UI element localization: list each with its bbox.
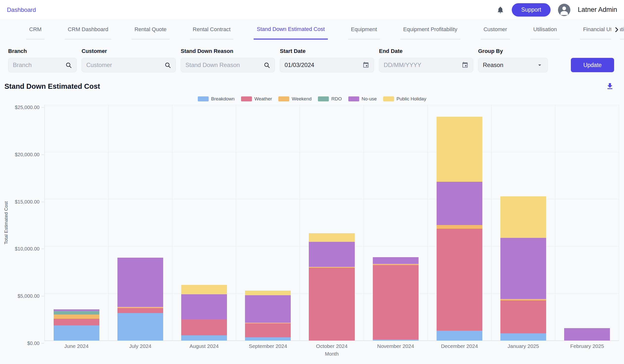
segment-public-holiday[interactable] [181,285,227,294]
tab-equipment[interactable]: Equipment [348,20,380,40]
stand-down-reason-input-wrap [181,58,275,72]
stand-down-reason-input[interactable] [185,62,260,69]
download-icon[interactable] [606,82,614,91]
segment-breakdown[interactable] [245,337,291,340]
group-by-select[interactable]: Reason [478,58,548,72]
segment-weather[interactable] [437,229,482,331]
chevron-right-icon[interactable] [611,20,620,40]
x-tick-label: December 2024 [427,343,491,349]
segment-breakdown[interactable] [500,333,546,340]
branch-input[interactable] [13,62,62,69]
top-bar: Dashboard Support Latner Admin [0,0,624,20]
segment-weather[interactable] [500,300,546,333]
customer-input[interactable] [86,62,161,69]
support-button[interactable]: Support [512,3,550,17]
segment-no-use[interactable] [245,295,291,323]
segment-public-holiday[interactable] [437,117,482,182]
segment-weekend[interactable] [54,314,99,319]
tab-rental-contract[interactable]: Rental Contract [190,20,234,40]
branch-label: Branch [8,48,77,54]
segment-weather[interactable] [181,319,227,335]
bar-january-2025[interactable] [500,105,546,340]
legend-item-rdo[interactable]: RDO [318,96,342,102]
notification-bell-icon[interactable] [496,6,504,14]
bar-december-2024[interactable] [437,105,482,340]
segment-breakdown[interactable] [117,313,163,340]
legend-item-no-use[interactable]: No-use [348,96,377,102]
segment-public-holiday[interactable] [500,196,546,238]
tab-stand-down-estimated-cost[interactable]: Stand Down Estimated Cost [254,20,328,40]
legend-item-public-holiday[interactable]: Public Holiday [383,96,426,102]
segment-weather[interactable] [309,268,355,340]
segment-public-holiday[interactable] [309,233,355,242]
segment-rdo[interactable] [54,311,99,314]
segment-weather[interactable] [117,308,163,313]
bar-august-2024[interactable] [181,105,227,340]
legend-item-weekend[interactable]: Weekend [278,96,312,102]
y-tick-mark [42,202,44,202]
start-date-input[interactable] [285,62,360,69]
end-date-label: End Date [379,48,473,54]
segment-no-use[interactable] [373,257,418,264]
segment-no-use[interactable] [437,182,482,225]
y-tick-label: $5,000.00 [18,293,40,299]
segment-no-use[interactable] [500,238,546,299]
legend-label: No-use [362,96,377,102]
chart-area: Total Estimated Cost $25,000.00$20,000.0… [0,105,624,341]
plot-area [45,105,619,341]
customer-input-wrap [81,58,176,72]
y-tick-mark [42,343,44,343]
segment-breakdown[interactable] [437,331,482,340]
tab-crm[interactable]: CRM [26,20,45,40]
customer-label: Customer [81,48,176,54]
x-tick-label: August 2024 [172,343,236,349]
segment-no-use[interactable] [181,294,227,319]
legend-swatch [278,96,289,101]
segment-no-use[interactable] [309,242,355,267]
bar-october-2024[interactable] [309,105,355,340]
segment-weather[interactable] [245,323,291,337]
search-icon[interactable] [263,62,270,69]
filters-section: Branch Customer Stand Down Reason Start … [0,40,624,72]
bar-september-2024[interactable] [245,105,291,340]
tab-crm-dashboard[interactable]: CRM Dashboard [65,20,111,40]
avatar[interactable] [558,4,570,16]
tab-customer[interactable]: Customer [481,20,510,40]
end-date-input[interactable] [384,62,459,69]
bar-november-2024[interactable] [373,105,418,340]
bar-june-2024[interactable] [54,105,99,340]
y-tick-mark [42,296,44,296]
legend-label: RDO [331,96,342,102]
calendar-icon[interactable] [462,62,468,69]
segment-weather[interactable] [54,319,99,325]
legend-item-breakdown[interactable]: Breakdown [198,96,234,102]
segment-no-use[interactable] [564,328,610,340]
segment-no-use[interactable] [117,258,163,307]
x-tick-label: September 2024 [236,343,300,349]
chevron-down-icon [536,62,543,69]
dashboard-link[interactable]: Dashboard [7,6,36,13]
x-tick-label: October 2024 [300,343,364,349]
tab-rental-quote[interactable]: Rental Quote [131,20,170,40]
legend-item-weather[interactable]: Weather [241,96,272,102]
month-slot [555,105,619,340]
update-button[interactable]: Update [571,58,614,72]
end-date-field: End Date [379,48,473,72]
segment-public-holiday[interactable] [245,290,291,295]
bar-february-2025[interactable] [564,105,610,340]
month-slot [172,105,236,340]
segment-breakdown[interactable] [373,339,418,340]
calendar-icon[interactable] [363,62,369,69]
segment-breakdown[interactable] [54,325,99,340]
segment-weather[interactable] [373,265,418,339]
legend-swatch [383,96,394,101]
segment-breakdown[interactable] [181,335,227,340]
x-tick-label: November 2024 [364,343,427,349]
segment-weekend[interactable] [437,225,482,229]
search-icon[interactable] [164,62,171,69]
bar-july-2024[interactable] [117,105,163,340]
tab-equipment-profitability[interactable]: Equipment Profitability [400,20,460,40]
search-icon[interactable] [65,62,72,69]
tab-utilisation[interactable]: Utilisation [530,20,560,40]
legend-swatch [198,96,209,101]
